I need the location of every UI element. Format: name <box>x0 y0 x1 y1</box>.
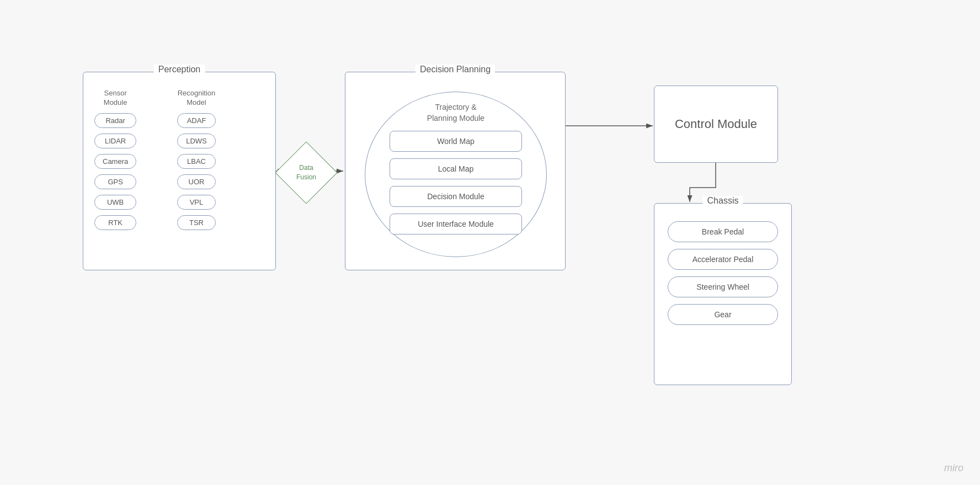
sensor-camera: Camera <box>94 154 136 169</box>
local-map-item: Local Map <box>390 158 522 179</box>
chassis-steering-wheel: Steering Wheel <box>668 276 778 297</box>
data-fusion: DataFusion <box>281 148 331 198</box>
recog-lbac: LBAC <box>177 154 216 169</box>
perception-box: Perception SensorModule Radar LIDAR Came… <box>83 72 276 270</box>
recog-uor: UOR <box>177 174 216 189</box>
data-fusion-label: DataFusion <box>296 163 316 182</box>
recog-adaf: ADAF <box>177 113 216 128</box>
chassis-box: Chassis Break Pedal Accelerator Pedal St… <box>654 203 792 385</box>
sensor-radar: Radar <box>94 113 136 128</box>
chassis-title: Chassis <box>703 196 743 206</box>
trajectory-planning-circle: Trajectory &Planning Module World Map Lo… <box>365 92 547 257</box>
perception-title: Perception <box>154 65 205 74</box>
sensor-module-label: SensorModule <box>94 89 136 108</box>
decision-planning-title: Decision Planning <box>416 65 495 74</box>
recognition-column: RecognitionModel ADAF LDWS LBAC UOR VPL … <box>177 89 216 236</box>
sensor-lidar: LIDAR <box>94 134 136 148</box>
sensor-gps: GPS <box>94 174 136 189</box>
recognition-model-label: RecognitionModel <box>177 89 216 108</box>
chassis-accelerator-pedal: Accelerator Pedal <box>668 249 778 270</box>
world-map-item: World Map <box>390 131 522 152</box>
trajectory-planning-label: Trajectory &Planning Module <box>427 102 484 124</box>
ui-module-item: User Interface Module <box>390 214 522 234</box>
chassis-break-pedal: Break Pedal <box>668 221 778 242</box>
sensor-column: SensorModule Radar LIDAR Camera GPS UWB … <box>94 89 136 236</box>
sensor-uwb: UWB <box>94 195 136 210</box>
sensor-rtk: RTK <box>94 215 136 230</box>
recog-tsr: TSR <box>177 215 216 230</box>
miro-watermark: miro <box>944 462 963 474</box>
control-module-title: Control Module <box>675 117 757 131</box>
decision-planning-box: Decision Planning Trajectory &Planning M… <box>345 72 566 270</box>
decision-module-item: Decision Module <box>390 186 522 207</box>
recog-vpl: VPL <box>177 195 216 210</box>
chassis-gear: Gear <box>668 304 778 325</box>
recog-ldws: LDWS <box>177 134 216 148</box>
control-module-box: Control Module <box>654 86 778 163</box>
